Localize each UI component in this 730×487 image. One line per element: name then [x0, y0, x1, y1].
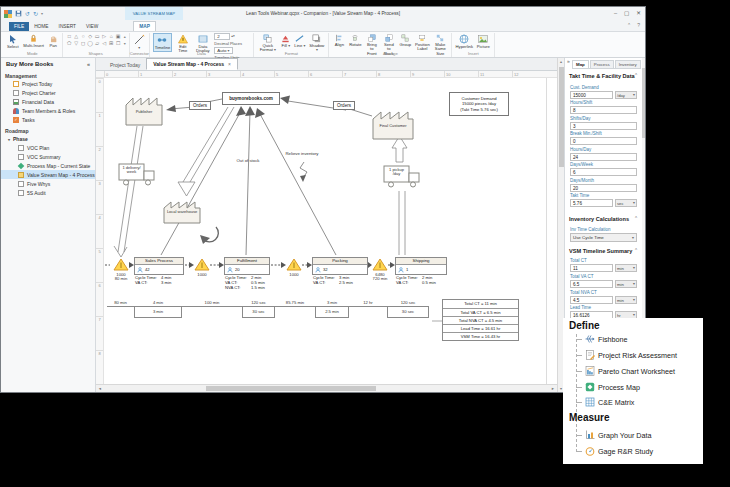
- sidebar-item-process-map[interactable]: Process Map - Current State: [1, 161, 95, 170]
- orders-label-right[interactable]: Orders: [333, 101, 355, 110]
- shape-icon[interactable]: ☐: [115, 40, 122, 47]
- position-label-button[interactable]: Position Label: [414, 33, 430, 53]
- hours-shift-input[interactable]: 8: [570, 106, 637, 114]
- chevron-up-icon[interactable]: ^: [635, 73, 637, 79]
- scroll-up-icon[interactable]: ▴: [124, 34, 126, 39]
- warehouse-shape[interactable]: Local warehouse: [163, 198, 201, 226]
- shape-icon[interactable]: ⊞: [108, 40, 115, 47]
- pan-button[interactable]: Pan: [48, 33, 59, 49]
- sidebar-item-five-whys[interactable]: Five Whys: [1, 179, 95, 188]
- process-box-sales[interactable]: Sales Process 42 Cycle Time:4 min VA CT:…: [134, 257, 184, 285]
- fill-button[interactable]: Fill ▾: [280, 33, 291, 49]
- shape-palette-scroll[interactable]: ▴ ▾: [124, 33, 126, 46]
- doc-tab-vsm[interactable]: Value Stream Map - 4 Process×: [146, 58, 238, 70]
- inv-calc-select[interactable]: Use Cycle Time▾: [570, 233, 637, 242]
- shape-icon[interactable]: △: [73, 33, 80, 40]
- flyout-item-pareto[interactable]: Pareto Chart Worksheet: [576, 366, 675, 376]
- shape-icon[interactable]: ⬠: [66, 40, 73, 47]
- final-customer-factory-shape[interactable]: Final Customer: [372, 106, 414, 140]
- flyout-item-graph-data[interactable]: Graph Your Data: [576, 430, 652, 440]
- central-company-box[interactable]: buymorebooks.com: [222, 92, 280, 105]
- break-min-input[interactable]: 0: [570, 137, 637, 145]
- connector-button[interactable]: ▾: [133, 33, 146, 51]
- flyout-item-ce-matrix[interactable]: C&E Matrix: [576, 397, 634, 407]
- maximize-button[interactable]: ▢: [624, 10, 629, 16]
- takt-section-header[interactable]: Takt Time & Facility Data^: [569, 73, 637, 79]
- unit-select[interactable]: min▾: [615, 296, 637, 304]
- days-month-input[interactable]: 20: [570, 184, 637, 192]
- sidebar-item-voc-summary[interactable]: VOC Summary: [1, 152, 95, 161]
- inventory-section-header[interactable]: Inventory Calculations^: [569, 216, 637, 222]
- line-button[interactable]: Line ▾: [293, 33, 306, 49]
- shape-icon[interactable]: ◁: [101, 40, 108, 47]
- shape-icon[interactable]: ⌂: [108, 33, 115, 40]
- tab-map[interactable]: MAP: [133, 21, 156, 31]
- flyout-item-process-map[interactable]: Process Map: [576, 382, 640, 392]
- shifts-day-input[interactable]: 3: [570, 122, 637, 130]
- delivery-truck-shape[interactable]: 1 delivery/ week: [118, 161, 156, 189]
- flyout-item-fishbone[interactable]: Fishbone: [576, 334, 628, 344]
- select-button[interactable]: Select: [6, 33, 20, 50]
- decimal-places-value[interactable]: 2: [214, 33, 230, 40]
- tab-insert[interactable]: INSERT: [54, 22, 82, 31]
- panel-tab-map[interactable]: Map: [572, 60, 589, 68]
- inventory-triangle[interactable]: 1000 80 min: [113, 258, 129, 282]
- doc-tab-project-today[interactable]: Project Today: [104, 60, 146, 70]
- shape-palette[interactable]: □△○◇▭▷⌂▣⬠▽◻◯▱◁⊞☐: [66, 33, 122, 47]
- align-button[interactable]: Align: [332, 33, 346, 48]
- hours-day-input[interactable]: 24: [570, 153, 637, 161]
- total-va-ct-value[interactable]: 6.5: [570, 280, 613, 288]
- panel-tab-process[interactable]: Process: [590, 60, 614, 68]
- unit-select[interactable]: min▾: [615, 280, 637, 288]
- shape-icon[interactable]: ▽: [73, 40, 80, 47]
- timeline-button[interactable]: Timeline: [153, 33, 173, 52]
- process-box-shipping[interactable]: Shipping 1 Cycle Time:2 min VA CT:0.5 mi…: [395, 257, 447, 285]
- unit-select[interactable]: /day▾: [615, 91, 637, 99]
- shape-icon[interactable]: ▷: [101, 33, 108, 40]
- tab-view[interactable]: VIEW: [81, 22, 103, 31]
- takt-time-input[interactable]: 5.76: [570, 199, 613, 207]
- vsm-timeline[interactable]: 80 min 4 min3 min 100 min 120 sec30 sec …: [107, 299, 429, 318]
- shape-icon[interactable]: ▣: [115, 33, 122, 40]
- scroll-right-icon[interactable]: ▸: [549, 385, 557, 393]
- unit-select[interactable]: min▾: [615, 264, 637, 272]
- shape-icon[interactable]: ◯: [87, 40, 94, 47]
- close-button[interactable]: ✕: [636, 10, 641, 16]
- inventory-triangle[interactable]: 1000: [286, 258, 302, 277]
- tab-home[interactable]: HOME: [29, 22, 53, 31]
- sidebar-item-5s-audit[interactable]: 5S Audit: [1, 188, 95, 197]
- shape-icon[interactable]: ◻: [80, 40, 87, 47]
- rotate-button[interactable]: Rotate: [348, 33, 362, 48]
- inventory-triangle[interactable]: 6480 720 min: [372, 258, 388, 282]
- scrollbar-thumb[interactable]: [642, 68, 645, 138]
- unit-select[interactable]: sec▾: [615, 199, 637, 207]
- close-tab-icon[interactable]: ×: [228, 61, 231, 67]
- shape-icon[interactable]: ▱: [94, 40, 101, 47]
- undo-icon[interactable]: ↺: [25, 11, 30, 17]
- scroll-down-icon[interactable]: ▾: [124, 41, 126, 46]
- shape-icon[interactable]: ◇: [87, 33, 94, 40]
- hyperlink-button[interactable]: Hyperlink: [455, 33, 473, 50]
- pickup-truck-shape[interactable]: 1 pickup /day: [383, 163, 421, 191]
- total-nva-ct-value[interactable]: 4.5: [570, 296, 613, 304]
- multi-insert-button[interactable]: Multi-Insert: [22, 33, 46, 49]
- panel-tab-inventory[interactable]: Inventory: [615, 60, 641, 68]
- inventory-triangle[interactable]: 1000: [194, 258, 210, 277]
- help-icon[interactable]: ?: [637, 22, 640, 28]
- panel-expand-icon[interactable]: »: [567, 58, 570, 64]
- chevron-up-icon[interactable]: ^: [635, 248, 637, 254]
- picture-button[interactable]: Picture: [475, 33, 491, 50]
- total-ct-value[interactable]: 11: [570, 264, 613, 272]
- publisher-factory-shape[interactable]: Publisher: [125, 92, 163, 126]
- sidebar-item-project-charter[interactable]: Project Charter: [1, 88, 95, 97]
- sidebar-item-value-stream-map[interactable]: Value Stream Map - 4 Process: [1, 170, 95, 179]
- group-button[interactable]: Group: [398, 33, 412, 48]
- cust-demand-input[interactable]: 15000: [570, 91, 613, 99]
- shape-icon[interactable]: ▭: [94, 33, 101, 40]
- sidebar-item-voc-plan[interactable]: VOC Plan: [1, 143, 95, 152]
- qat-dropdown-icon[interactable]: ▾: [41, 12, 43, 16]
- process-box-fulfillment[interactable]: Fulfillment 20 Cycle Time:2 min VA CT:0.…: [224, 257, 270, 290]
- relieve-inventory-label[interactable]: Relieve inventory: [274, 151, 330, 156]
- spinner-icons[interactable]: ▴▾: [231, 35, 234, 38]
- horizontal-scrollbar[interactable]: ◂ ▸: [96, 384, 557, 392]
